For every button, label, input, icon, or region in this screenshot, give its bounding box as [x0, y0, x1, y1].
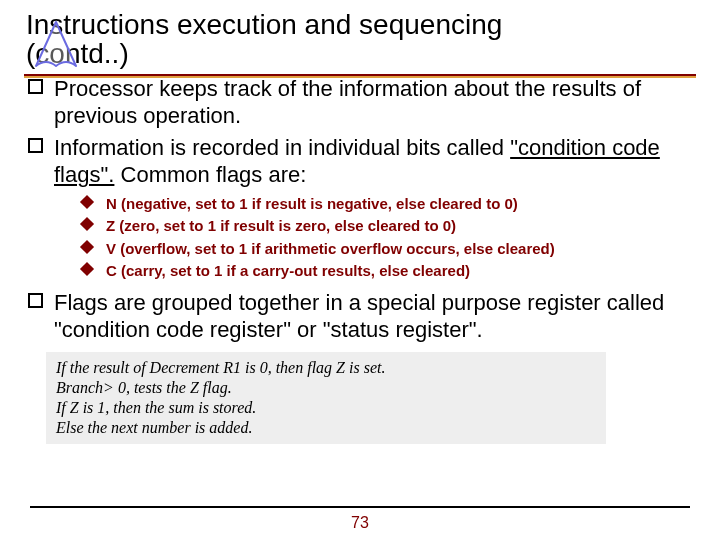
bullet-text: Information is recorded in individual bi…: [54, 135, 504, 160]
note-line: If the result of Decrement R1 is 0, then…: [56, 358, 596, 378]
note-line: Branch> 0, tests the Z flag.: [56, 378, 596, 398]
bullet-text: Common flags are:: [114, 162, 306, 187]
square-bullet-icon: [28, 79, 43, 94]
diamond-bullet-icon: [80, 195, 94, 209]
diamond-bullet-icon: [80, 217, 94, 231]
square-bullet-icon: [28, 138, 43, 153]
flag-item-c: C (carry, set to 1 if a carry-out result…: [54, 260, 694, 283]
bullet-text: Processor keeps track of the information…: [54, 76, 546, 101]
example-note-box: If the result of Decrement R1 is 0, then…: [46, 352, 606, 444]
title-line-1: Instructions execution and sequencing: [26, 9, 502, 40]
flag-item-v: V (overflow, set to 1 if arithmetic over…: [54, 238, 694, 261]
square-bullet-icon: [28, 293, 43, 308]
diamond-bullet-icon: [80, 240, 94, 254]
flag-item-z: Z (zero, set to 1 if result is zero, els…: [54, 215, 694, 238]
note-line: Else the next number is added.: [56, 418, 596, 438]
title-line-2: (contd..): [26, 38, 129, 69]
slide-title: Instructions execution and sequencing (c…: [26, 10, 694, 69]
bullet-list-level2: N (negative, set to 1 if result is negat…: [54, 193, 694, 283]
bullet-item-flags-grouped: Flags are grouped together in a special …: [26, 289, 694, 344]
slide-body: Instructions execution and sequencing (c…: [0, 0, 720, 444]
bullet-item-processor: Processor keeps track of the information…: [26, 75, 694, 130]
flag-text: C (carry, set to 1 if a carry-out result…: [106, 262, 470, 279]
footer-rule: [30, 506, 690, 508]
bullet-text: register".: [395, 317, 482, 342]
bullet-text: Flags are grouped together in a special …: [54, 290, 521, 315]
bullet-list-level1: Processor keeps track of the information…: [26, 75, 694, 344]
flag-text: N (negative, set to 1 if result is negat…: [106, 195, 518, 212]
flag-text: Z (zero, set to 1 if result is zero, els…: [106, 217, 456, 234]
diamond-bullet-icon: [80, 262, 94, 276]
flag-item-n: N (negative, set to 1 if result is negat…: [54, 193, 694, 216]
page-number: 73: [0, 514, 720, 532]
flag-text: V (overflow, set to 1 if arithmetic over…: [106, 240, 555, 257]
bullet-item-information: Information is recorded in individual bi…: [26, 134, 694, 283]
note-line: If Z is 1, then the sum is stored.: [56, 398, 596, 418]
title-underline: [24, 74, 696, 78]
